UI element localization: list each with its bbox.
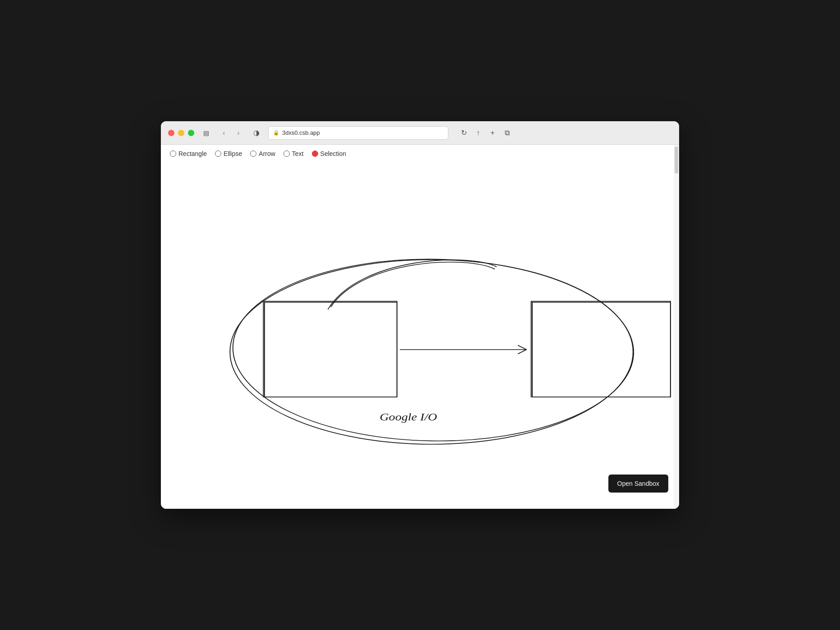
traffic-lights bbox=[168, 130, 194, 136]
drawing-canvas[interactable] bbox=[161, 163, 679, 503]
tool-bar: Rectangle Ellipse Arrow Text Selection bbox=[161, 145, 679, 163]
lock-icon: 🔒 bbox=[273, 130, 279, 136]
tool-selection-label: Selection bbox=[320, 150, 347, 157]
back-icon: ‹ bbox=[223, 129, 225, 137]
url-text: 3dxs0.csb.app bbox=[282, 129, 320, 136]
new-tab-button[interactable]: + bbox=[486, 127, 499, 139]
close-button[interactable] bbox=[168, 130, 174, 136]
tool-text[interactable]: Text bbox=[283, 150, 304, 157]
scrollbar-right[interactable] bbox=[674, 145, 679, 509]
forward-button[interactable]: › bbox=[232, 127, 245, 139]
radio-ellipse[interactable] bbox=[215, 151, 221, 157]
radio-arrow[interactable] bbox=[250, 151, 256, 157]
minimize-button[interactable] bbox=[178, 130, 184, 136]
browser-window: ▤ ‹ › ◑ 🔒 3dxs0.csb.app ↻ ↑ + bbox=[161, 121, 679, 509]
title-bar: ▤ ‹ › ◑ 🔒 3dxs0.csb.app ↻ ↑ + bbox=[161, 121, 679, 145]
tool-arrow-label: Arrow bbox=[259, 150, 275, 157]
toolbar-right: ↻ ↑ + ⧉ bbox=[457, 127, 513, 139]
maximize-button[interactable] bbox=[188, 130, 194, 136]
canvas-area[interactable]: Open Sandbox bbox=[161, 163, 679, 503]
tool-ellipse-label: Ellipse bbox=[224, 150, 242, 157]
tool-arrow[interactable]: Arrow bbox=[250, 150, 275, 157]
plus-icon: + bbox=[490, 129, 494, 137]
tabs-button[interactable]: ⧉ bbox=[501, 127, 513, 139]
back-button[interactable]: ‹ bbox=[218, 127, 230, 139]
shield-icon: ◑ bbox=[253, 128, 260, 137]
nav-buttons: ‹ › bbox=[218, 127, 245, 139]
radio-rectangle[interactable] bbox=[170, 151, 176, 157]
tool-rectangle-label: Rectangle bbox=[178, 150, 207, 157]
shield-container: ◑ bbox=[250, 127, 263, 139]
tool-selection[interactable]: Selection bbox=[312, 150, 347, 157]
sidebar-toggle-button[interactable]: ▤ bbox=[200, 127, 212, 139]
scrollbar-thumb-right[interactable] bbox=[675, 146, 678, 173]
forward-icon: › bbox=[237, 129, 239, 137]
radio-selection[interactable] bbox=[312, 151, 318, 157]
tool-text-label: Text bbox=[292, 150, 304, 157]
reload-button[interactable]: ↻ bbox=[457, 127, 470, 139]
address-bar[interactable]: 🔒 3dxs0.csb.app bbox=[268, 126, 448, 140]
content-area: Rectangle Ellipse Arrow Text Selection O bbox=[161, 145, 679, 509]
open-sandbox-button[interactable]: Open Sandbox bbox=[608, 475, 668, 493]
sidebar-icon: ▤ bbox=[203, 129, 209, 137]
tool-ellipse[interactable]: Ellipse bbox=[215, 150, 242, 157]
radio-text[interactable] bbox=[283, 151, 290, 157]
tool-rectangle[interactable]: Rectangle bbox=[170, 150, 207, 157]
reload-icon: ↻ bbox=[461, 128, 467, 137]
share-icon: ↑ bbox=[476, 129, 480, 137]
share-button[interactable]: ↑ bbox=[472, 127, 484, 139]
tabs-icon: ⧉ bbox=[505, 129, 510, 137]
